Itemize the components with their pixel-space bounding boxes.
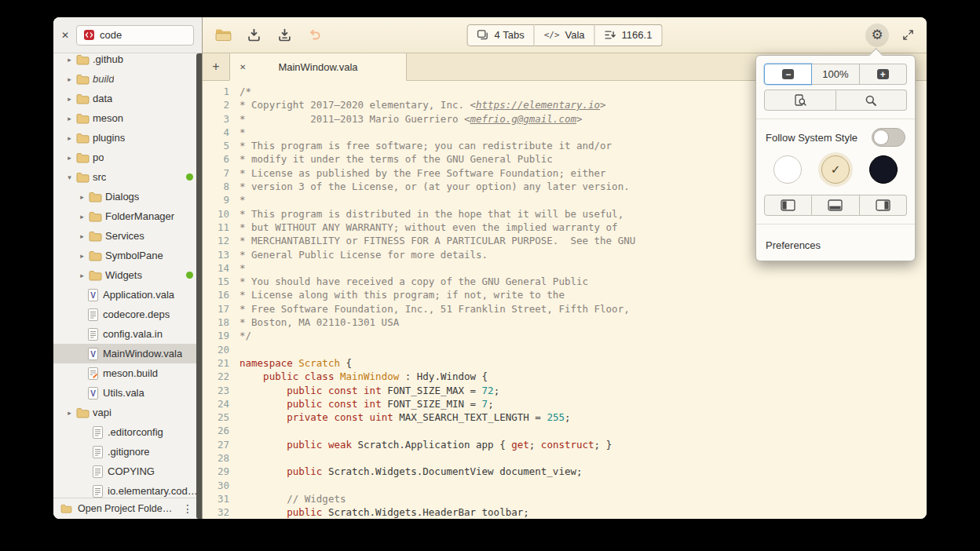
style-dark-button[interactable] xyxy=(869,155,898,184)
text-file-icon xyxy=(90,485,105,498)
follow-system-label: Follow System Style xyxy=(766,132,858,144)
tree-item-label: data xyxy=(93,93,112,104)
tree-item-dialogs[interactable]: ▸Dialogs xyxy=(53,187,202,206)
find-in-document-button[interactable] xyxy=(764,89,836,111)
tree-item-meson[interactable]: ▸meson xyxy=(53,108,202,128)
toolbar-right-group: ⚙ xyxy=(865,24,927,47)
preferences-item[interactable]: Preferences xyxy=(764,232,907,253)
text-file-icon xyxy=(90,465,105,478)
open-project-bar[interactable]: Open Project Folder… ⋮ xyxy=(53,498,202,519)
tree-item-copying[interactable]: COPYING xyxy=(53,462,202,481)
line-number: 11 xyxy=(203,221,229,234)
project-chip[interactable]: code xyxy=(76,25,194,46)
sidebar-scrollbar[interactable] xyxy=(196,53,202,519)
find-in-document-icon xyxy=(794,94,806,107)
tree-item-.github[interactable]: ▸.github xyxy=(53,49,202,69)
tree-item-io.elementary.code.yml[interactable]: io.elementary.code.yml xyxy=(53,481,202,498)
fullscreen-icon[interactable] xyxy=(898,26,917,45)
sidebar-left-icon xyxy=(781,199,795,211)
folder-icon xyxy=(75,133,90,144)
chevron-right-icon[interactable]: ▸ xyxy=(77,252,87,260)
project-name: code xyxy=(100,29,122,41)
new-tab-button[interactable]: + xyxy=(203,53,229,81)
tree-item-data[interactable]: ▸data xyxy=(53,89,202,108)
tree-item-mainwindow.vala[interactable]: VMainWindow.vala xyxy=(53,344,202,363)
tree-item-build[interactable]: ▸build xyxy=(53,69,202,89)
line-number: 3 xyxy=(203,112,229,126)
goto-line-button[interactable]: 1166.1 xyxy=(595,24,663,46)
follow-system-toggle[interactable] xyxy=(872,128,905,147)
code-line: */ xyxy=(240,329,927,342)
chevron-right-icon[interactable]: ▸ xyxy=(64,154,75,162)
folder-icon xyxy=(87,211,103,222)
sidebar-header: ✕ code xyxy=(53,17,202,53)
search-button[interactable] xyxy=(836,89,908,111)
tab-close-icon[interactable]: ✕ xyxy=(240,63,246,71)
layout-sidebar-left-button[interactable] xyxy=(764,195,812,216)
chevron-right-icon[interactable]: ▸ xyxy=(77,232,87,240)
line-number: 28 xyxy=(203,451,229,465)
settings-popover: − 100% + xyxy=(755,55,916,261)
style-light-button[interactable] xyxy=(773,155,802,184)
settings-gear-icon[interactable]: ⚙ xyxy=(865,24,889,47)
chevron-right-icon[interactable]: ▸ xyxy=(64,115,75,122)
chevron-right-icon[interactable]: ▸ xyxy=(77,193,87,201)
folder-icon xyxy=(75,93,90,104)
code-line: namespace Scratch { xyxy=(240,356,927,370)
tree-item-plugins[interactable]: ▸plugins xyxy=(53,128,202,148)
language-button[interactable]: </> Vala xyxy=(535,24,595,46)
chevron-right-icon[interactable]: ▸ xyxy=(77,213,87,221)
tree-item-widgets[interactable]: ▸Widgets xyxy=(53,265,202,285)
zoom-out-button[interactable]: − xyxy=(764,64,812,85)
code-line: * You should have received a copy of the… xyxy=(240,275,927,288)
find-controls xyxy=(764,89,907,111)
chevron-right-icon[interactable]: ▸ xyxy=(64,409,75,417)
folder-icon xyxy=(75,172,90,183)
chevron-right-icon[interactable]: ▸ xyxy=(64,56,75,64)
tab-mainwindow-vala[interactable]: ✕ MainWindow.vala xyxy=(229,53,407,81)
chevron-right-icon[interactable]: ▸ xyxy=(64,75,75,83)
line-number: 13 xyxy=(203,248,229,261)
code-line: * Boston, MA 02110-1301 USA xyxy=(240,316,927,329)
layout-sidebar-right-button[interactable] xyxy=(860,195,907,216)
toggle-knob xyxy=(873,130,889,145)
save-icon[interactable] xyxy=(245,27,262,44)
save-as-icon[interactable] xyxy=(276,27,293,44)
tree-item-application.vala[interactable]: VApplication.vala xyxy=(53,285,202,305)
chevron-down-icon[interactable]: ▾ xyxy=(64,173,75,181)
line-number: 10 xyxy=(203,207,229,221)
tree-item-vapi[interactable]: ▸vapi xyxy=(53,403,202,422)
open-folder-icon[interactable] xyxy=(214,27,232,44)
tree-item-meson.build[interactable]: meson.build xyxy=(53,363,202,383)
line-number: 22 xyxy=(203,370,229,383)
folder-icon xyxy=(75,407,90,418)
vala-file-icon: V xyxy=(85,387,101,400)
folder-icon xyxy=(87,250,103,261)
tree-item-label: .editorconfig xyxy=(108,426,163,438)
tree-item-utils.vala[interactable]: VUtils.vala xyxy=(53,383,202,403)
tree-item-codecore.deps[interactable]: codecore.deps xyxy=(53,305,202,324)
tree-item-.editorconfig[interactable]: .editorconfig xyxy=(53,422,202,442)
tree-item-symbolpane[interactable]: ▸SymbolPane xyxy=(53,246,202,265)
layout-panel-bottom-button[interactable] xyxy=(812,195,859,216)
tabs-overview-button[interactable]: 4 Tabs xyxy=(467,24,535,46)
tree-item-config.vala.in[interactable]: config.vala.in xyxy=(53,324,202,344)
style-custom-button[interactable]: ✓ xyxy=(821,155,850,184)
zoom-level-button[interactable]: 100% xyxy=(812,64,859,85)
tree-item-foldermanager[interactable]: ▸FolderManager xyxy=(53,206,202,226)
chevron-right-icon[interactable]: ▸ xyxy=(64,95,75,103)
zoom-in-button[interactable]: + xyxy=(860,64,907,85)
tree-item-label: FolderManager xyxy=(105,210,174,222)
vala-file-icon: V xyxy=(85,289,101,301)
tree-item-src[interactable]: ▾src xyxy=(53,167,202,187)
tree-item-services[interactable]: ▸Services xyxy=(53,226,202,246)
window-close-icon[interactable]: ✕ xyxy=(61,31,69,40)
chevron-right-icon[interactable]: ▸ xyxy=(77,272,87,279)
line-number: 14 xyxy=(203,261,229,275)
chevron-right-icon[interactable]: ▸ xyxy=(64,134,75,142)
tree-item-.gitignore[interactable]: .gitignore xyxy=(53,442,202,462)
tree-item-po[interactable]: ▸po xyxy=(53,148,202,167)
tree-item-label: .gitignore xyxy=(108,446,149,458)
vertical-dots-icon[interactable]: ⋮ xyxy=(181,503,195,514)
line-number: 30 xyxy=(203,479,229,492)
